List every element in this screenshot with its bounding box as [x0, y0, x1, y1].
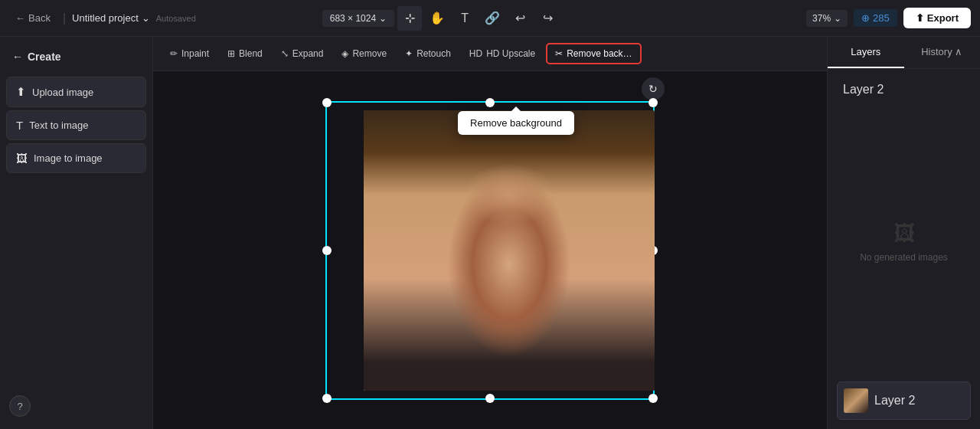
handle-middle-left[interactable]: [322, 246, 332, 255]
hd-upscale-label: HD Upscale: [486, 48, 535, 59]
handle-bottom-middle[interactable]: [485, 394, 495, 403]
export-icon: ⬆: [916, 12, 924, 24]
link-tool-icon: 🔗: [485, 11, 500, 25]
canvas-size-control[interactable]: 683 × 1024 ⌄: [322, 10, 394, 27]
sidebar-left: ← Create ⬆ Upload image T Text to image …: [0, 37, 153, 429]
layer-top-item[interactable]: Layer 2: [837, 78, 971, 101]
autosaved-status: Autosaved: [156, 14, 196, 23]
move-tool-icon: ⊹: [405, 11, 415, 25]
back-arrow-icon: ←: [15, 12, 25, 24]
sidebar-header: ← Create: [6, 46, 146, 67]
text-tool-button[interactable]: T: [452, 6, 477, 31]
handle-top-right[interactable]: [648, 98, 658, 107]
handle-top-left[interactable]: [322, 98, 332, 107]
hand-tool-icon: ✋: [430, 11, 445, 25]
image-to-image-label: Image to image: [34, 152, 103, 164]
link-tool-button[interactable]: 🔗: [480, 6, 505, 31]
inpaint-label: Inpaint: [181, 48, 209, 59]
refresh-button[interactable]: ↻: [642, 77, 665, 100]
redo-icon: ↪: [543, 11, 553, 25]
credits-icon: ⊕: [861, 12, 870, 24]
chevron-down-icon: ⌄: [142, 12, 150, 24]
credits-value: 285: [873, 12, 890, 24]
handle-bottom-right[interactable]: [648, 394, 658, 403]
remove-back-icon: ✂: [555, 48, 563, 59]
help-button[interactable]: ?: [9, 395, 31, 417]
hd-upscale-icon: HD: [469, 48, 482, 59]
help-icon: ?: [17, 401, 22, 412]
zoom-value: 37%: [812, 13, 831, 24]
back-label: Back: [28, 12, 51, 24]
credits-button[interactable]: ⊕ 285: [854, 9, 897, 27]
undo-icon: ↩: [515, 11, 525, 25]
back-button[interactable]: ← Back: [9, 9, 57, 27]
remove-label: Remove: [352, 48, 387, 59]
layer-bottom-label: Layer 2: [874, 394, 915, 408]
handle-top-middle[interactable]: [485, 98, 495, 107]
sidebar-right: Layers History ∧ Layer 2 🖼 No generated …: [827, 37, 980, 429]
text-to-image-icon: T: [16, 119, 23, 132]
move-tool-button[interactable]: ⊹: [397, 6, 422, 31]
text-to-image-label: Text to image: [29, 120, 88, 131]
zoom-chevron: ⌄: [834, 13, 841, 24]
blend-icon: ⊞: [227, 48, 235, 59]
refresh-icon: ↻: [648, 83, 658, 95]
blend-button[interactable]: ⊞ Blend: [220, 44, 270, 63]
hd-upscale-button[interactable]: HD HD Upscale: [462, 44, 543, 63]
blend-label: Blend: [239, 48, 263, 59]
layers-tab-label: Layers: [851, 46, 880, 57]
remove-icon: ◈: [341, 48, 348, 59]
sidebar-title: Create: [28, 51, 61, 63]
inpaint-button[interactable]: ✏ Inpaint: [162, 44, 217, 63]
remove-background-tooltip-text: Remove background: [470, 117, 562, 129]
sidebar-right-content: Layer 2 🖼 No generated images Layer 2: [828, 69, 980, 429]
redo-button[interactable]: ↪: [535, 6, 560, 31]
undo-button[interactable]: ↩: [508, 6, 532, 31]
text-tool-icon: T: [461, 11, 469, 25]
export-button[interactable]: ⬆ Export: [903, 8, 971, 28]
export-label: Export: [927, 12, 959, 24]
separator: |: [63, 11, 66, 25]
sidebar-right-tabs: Layers History ∧: [828, 37, 980, 69]
upload-image-icon: ⬆: [16, 85, 26, 99]
history-chevron-icon: ∧: [955, 46, 962, 57]
remove-back-label: Remove back…: [567, 48, 632, 59]
no-images-text: No generated images: [860, 252, 948, 263]
layer-bottom-item[interactable]: Layer 2: [837, 382, 971, 420]
sidebar-item-image-to-image[interactable]: 🖼 Image to image: [6, 143, 146, 173]
inpaint-icon: ✏: [170, 48, 178, 59]
remove-back-button[interactable]: ✂ Remove back…: [546, 43, 641, 64]
hand-tool-button[interactable]: ✋: [425, 6, 449, 31]
canvas-image: [364, 110, 655, 391]
project-name[interactable]: Untitled project ⌄: [72, 12, 150, 24]
image-to-image-icon: 🖼: [16, 152, 28, 165]
retouch-label: Retouch: [416, 48, 451, 59]
remove-background-tooltip[interactable]: Remove background: [458, 111, 574, 135]
layer-thumbnail: [844, 388, 868, 413]
upload-image-label: Upload image: [32, 87, 93, 98]
no-images-icon: 🖼: [893, 221, 915, 246]
create-back-icon: ←: [12, 51, 23, 63]
sidebar-item-upload-image[interactable]: ⬆ Upload image: [6, 77, 146, 107]
canvas-viewport: ↻ Remove back: [153, 71, 827, 429]
expand-button[interactable]: ⤡ Expand: [273, 44, 332, 63]
canvas-size-chevron: ⌄: [379, 13, 387, 24]
zoom-control[interactable]: 37% ⌄: [806, 10, 848, 27]
remove-button[interactable]: ◈ Remove: [334, 44, 394, 63]
tab-history[interactable]: History ∧: [904, 37, 981, 68]
retouch-button[interactable]: ✦ Retouch: [397, 44, 459, 63]
retouch-icon: ✦: [405, 48, 413, 59]
expand-label: Expand: [292, 48, 324, 59]
image-container[interactable]: [325, 101, 655, 400]
no-images-area: 🖼 No generated images: [837, 107, 971, 375]
expand-icon: ⤡: [281, 48, 289, 59]
canvas-area: ✏ Inpaint ⊞ Blend ⤡ Expand ◈ Remove ✦ Re…: [153, 37, 827, 429]
layer-top-label: Layer 2: [843, 83, 884, 97]
sidebar-item-text-to-image[interactable]: T Text to image: [6, 110, 146, 140]
toolbar-bar: ✏ Inpaint ⊞ Blend ⤡ Expand ◈ Remove ✦ Re…: [153, 37, 827, 71]
tab-layers[interactable]: Layers: [828, 37, 904, 68]
history-tab-label: History: [921, 46, 952, 57]
handle-bottom-left[interactable]: [322, 394, 332, 403]
canvas-size-value: 683 × 1024: [330, 13, 376, 24]
